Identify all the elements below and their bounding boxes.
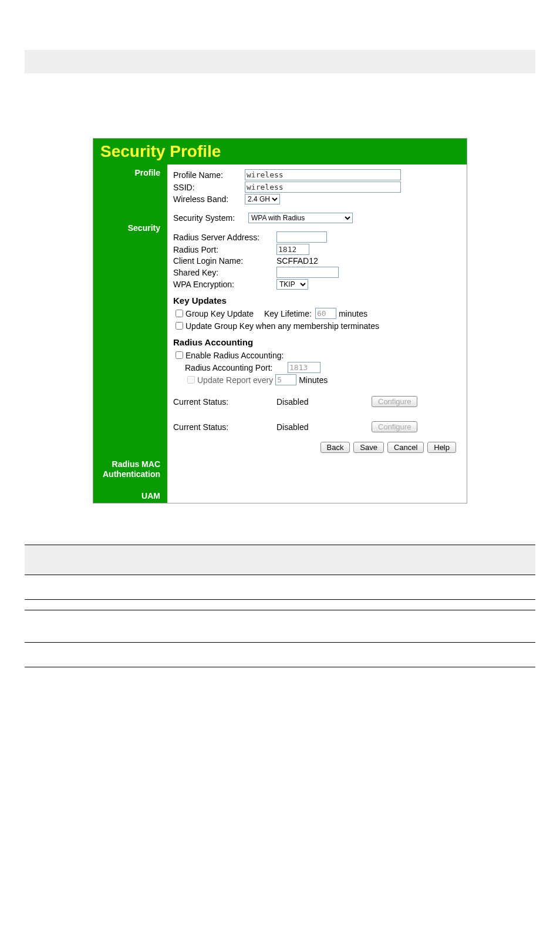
minutes-label: minutes <box>339 309 367 318</box>
footer-buttons: Back Save Cancel Help <box>173 434 461 459</box>
form-content: Profile Name: SSID: Wireless Band: 2.4 G… <box>167 164 467 503</box>
update-group-key-label: Update Group Key when any membership ter… <box>185 321 379 331</box>
enable-radius-accounting-label: Enable Radius Accounting: <box>185 351 284 360</box>
table-row <box>25 667 535 677</box>
profile-name-label: Profile Name: <box>173 170 245 180</box>
section-labels-column: Profile Security Radius MAC Authenticati… <box>93 164 167 503</box>
table-row <box>25 575 535 599</box>
radius-server-address-label: Radius Server Address: <box>173 233 276 242</box>
wpa-encryption-select[interactable]: TKIP <box>276 279 308 290</box>
table-row <box>25 642 535 667</box>
update-group-key-checkbox[interactable] <box>176 322 183 330</box>
uam-status-value: Disabled <box>276 422 370 432</box>
section-label-security: Security <box>93 221 164 235</box>
doc-table <box>25 545 535 677</box>
ssid-input[interactable] <box>245 182 401 193</box>
group-key-update-checkbox[interactable] <box>176 310 183 317</box>
security-system-select[interactable]: WPA with Radius <box>248 213 353 223</box>
radius-accounting-heading: Radius Accounting <box>173 337 461 347</box>
panel-title: Security Profile <box>100 142 460 161</box>
uam-configure-button[interactable]: Configure <box>372 421 417 432</box>
section-label-radius-mac: Radius MAC Authentication <box>93 457 164 482</box>
client-login-name-label: Client Login Name: <box>173 256 276 266</box>
radius-accounting-port-input[interactable] <box>288 362 321 373</box>
radius-server-address-input[interactable] <box>276 231 327 243</box>
doc-table-header <box>25 545 535 575</box>
ssid-label: SSID: <box>173 183 245 192</box>
group-key-update-label: Group Key Update <box>185 309 254 318</box>
section-label-profile: Profile <box>93 166 164 180</box>
wpa-encryption-label: WPA Encryption: <box>173 280 276 289</box>
client-login-name-value: SCFFAD12 <box>276 256 318 266</box>
radius-mac-status-value: Disabled <box>276 397 370 407</box>
key-updates-heading: Key Updates <box>173 295 461 305</box>
page-header-bar <box>25 50 535 73</box>
security-profile-panel: Security Profile Profile Security Radius… <box>93 138 467 503</box>
update-report-every-label: Update Report every <box>197 375 273 385</box>
table-row <box>25 599 535 610</box>
update-report-every-checkbox[interactable] <box>187 376 195 384</box>
minutes-label-2: Minutes <box>299 375 328 385</box>
table-row <box>25 610 535 642</box>
radius-mac-status-label: Current Status: <box>173 397 276 407</box>
security-system-label: Security System: <box>173 213 248 223</box>
wireless-band-select[interactable]: 2.4 GHz <box>245 194 280 204</box>
uam-status-label: Current Status: <box>173 422 276 432</box>
shared-key-label: Shared Key: <box>173 268 276 277</box>
radius-accounting-port-label: Radius Accounting Port: <box>185 363 288 372</box>
radius-mac-configure-button[interactable]: Configure <box>372 396 417 407</box>
radius-port-label: Radius Port: <box>173 245 276 254</box>
shared-key-input[interactable] <box>276 267 339 278</box>
profile-name-input[interactable] <box>245 169 401 180</box>
panel-title-bar: Security Profile <box>93 139 467 164</box>
cancel-button[interactable]: Cancel <box>387 442 424 453</box>
section-label-uam: UAM <box>93 489 164 503</box>
help-button[interactable]: Help <box>427 442 456 453</box>
update-report-every-input[interactable] <box>275 374 296 385</box>
back-button[interactable]: Back <box>321 442 350 453</box>
key-lifetime-label: Key Lifetime: <box>264 309 312 318</box>
key-lifetime-input[interactable] <box>315 308 336 319</box>
radius-port-input[interactable] <box>276 244 309 255</box>
wireless-band-label: Wireless Band: <box>173 194 245 204</box>
save-button[interactable]: Save <box>353 442 384 453</box>
enable-radius-accounting-checkbox[interactable] <box>176 351 183 359</box>
